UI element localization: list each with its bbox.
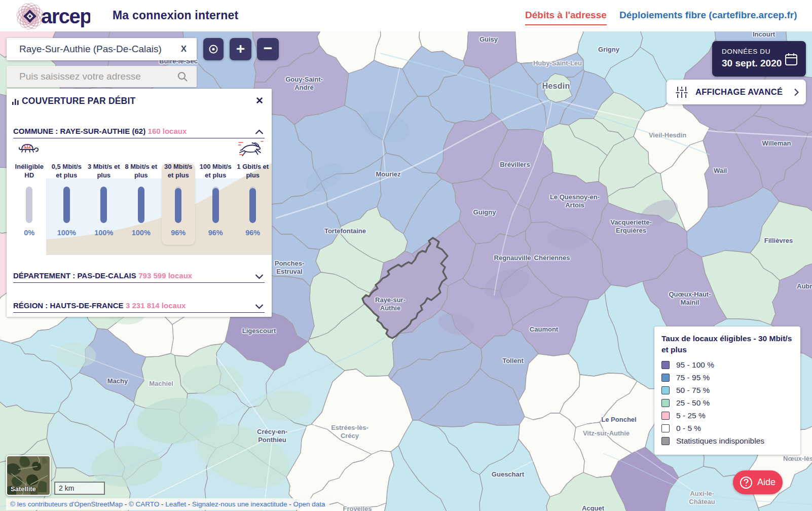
- logo-text: arcep: [41, 5, 90, 27]
- help-button[interactable]: Aide: [733, 470, 783, 494]
- section-level-text: DÉPARTEMENT :: [13, 271, 75, 280]
- section-region-locaux: 3 231 814 locaux: [126, 301, 186, 310]
- chart-columns: Inéligible HD0%0,5 Mbit/s et plus100%3 M…: [11, 163, 272, 244]
- chart-bar: [212, 187, 219, 223]
- bar-chart-icon: [12, 97, 19, 105]
- legend-item: 75 - 95 %: [661, 372, 793, 384]
- attribution-separator: -: [186, 500, 192, 508]
- chart-column[interactable]: 100 Mbit/s et plus96%: [197, 163, 235, 244]
- commune-search-value[interactable]: Raye-Sur-Authie (Pas-De-Calais): [19, 44, 181, 55]
- tab-debits-adresse[interactable]: Débits à l'adresse: [525, 10, 607, 21]
- advanced-display-button[interactable]: AFFICHAGE AVANCÉ: [667, 80, 806, 104]
- arcep-logo[interactable]: arcep: [9, 1, 90, 30]
- geolocate-icon: [207, 43, 220, 56]
- turtle-icon: [18, 141, 40, 156]
- chart-column-label: 1 Gbit/s et plus: [237, 163, 269, 183]
- section-departement[interactable]: DÉPARTEMENT : PAS-DE-CALAIS 793 599 loca…: [13, 271, 265, 282]
- legend-swatch: [661, 386, 670, 394]
- chart-column[interactable]: 1 Gbit/s et plus96%: [234, 163, 272, 244]
- legend-label: 5 - 25 %: [676, 411, 706, 420]
- scale-label: 2 km: [55, 484, 74, 492]
- section-name-text: HAUTS-DE-FRANCE: [50, 301, 124, 310]
- geolocate-button[interactable]: [203, 38, 224, 60]
- legend-item: 50 - 75 %: [661, 384, 793, 397]
- advanced-display-label: AFFICHAGE AVANCÉ: [695, 87, 783, 97]
- chevron-down-icon[interactable]: [255, 304, 264, 309]
- legend-item: 0 - 5 %: [661, 422, 793, 435]
- chart-column[interactable]: 30 Mbit/s et plus96%: [160, 163, 197, 244]
- address-search-input[interactable]: Puis saisissez votre adresse: [7, 66, 197, 87]
- legend-swatch: [661, 437, 670, 445]
- zoom-in-icon: +: [236, 41, 245, 56]
- panel-title: COUVERTURE PAR DÉBIT: [22, 96, 135, 106]
- header: arcep Ma connexion internet Débits à l'a…: [0, 0, 812, 31]
- attribution-separator: -: [123, 500, 129, 508]
- legend-swatch: [661, 399, 670, 407]
- section-rule: [13, 282, 265, 283]
- layer-switcher-label: Satellite: [11, 485, 36, 493]
- chart-bar-value: 0%: [24, 229, 34, 237]
- calendar-icon: [784, 52, 798, 66]
- chevron-down-icon[interactable]: [255, 274, 264, 279]
- hare-icon: [238, 140, 264, 156]
- chart-column-label: 30 Mbit/s et plus: [164, 163, 193, 183]
- zoom-out-button[interactable]: −: [257, 38, 279, 60]
- chart-column[interactable]: 8 Mbit/s et plus100%: [123, 163, 160, 244]
- section-commune[interactable]: COMMUNE : RAYE-SUR-AUTHIE (62) 160 locau…: [13, 127, 265, 138]
- legend-label: Statistiques indisponibles: [676, 436, 764, 446]
- legend-item: 95 - 100 %: [661, 359, 793, 372]
- help-label: Aide: [757, 477, 776, 488]
- chart-column-label: Inéligible HD: [15, 163, 44, 183]
- question-icon: [740, 476, 753, 489]
- attribution-link[interactable]: Signalez-nous une inexactitude: [192, 500, 287, 508]
- satellite-layer-switcher[interactable]: Satellite: [6, 455, 51, 496]
- section-departement-locaux: 793 599 locaux: [138, 271, 192, 280]
- chart-bar-value: 96%: [208, 229, 223, 237]
- legend-swatch: [661, 412, 670, 420]
- commune-search-box[interactable]: Raye-Sur-Authie (Pas-De-Calais) X: [7, 38, 197, 60]
- attribution-link[interactable]: © les contributeurs d'OpenStreetMap: [10, 500, 123, 508]
- clear-search-button[interactable]: X: [181, 44, 187, 54]
- chart-column-label: 8 Mbit/s et plus: [125, 163, 157, 183]
- section-rule: [13, 312, 265, 313]
- chart-column-label: 0,5 Mbit/s et plus: [52, 163, 82, 183]
- section-departement-label: DÉPARTEMENT : PAS-DE-CALAIS: [13, 271, 136, 280]
- chart-column[interactable]: 3 Mbit/s et plus100%: [85, 163, 123, 244]
- tab-deploiements-fibre[interactable]: Déploiements fibre (cartefibre.arcep.fr): [619, 10, 797, 21]
- scale-bar: 2 km: [54, 482, 105, 495]
- section-commune-locaux: 160 locaux: [148, 127, 187, 135]
- attribution-link[interactable]: Leaflet: [165, 500, 186, 508]
- data-date-label: DONNÉES DU: [722, 48, 770, 55]
- legend-label: 95 - 100 %: [676, 360, 714, 370]
- panel-close-button[interactable]: ✕: [255, 95, 264, 106]
- legend-swatch: [661, 361, 670, 369]
- legend-item: Statistiques indisponibles: [661, 435, 793, 448]
- address-search-placeholder: Puis saisissez votre adresse: [19, 71, 176, 82]
- data-date-box[interactable]: DONNÉES DU 30 sept. 2020: [712, 41, 806, 77]
- chart-bar: [63, 187, 70, 223]
- attribution-link[interactable]: Open data: [293, 500, 325, 508]
- chart-column[interactable]: Inéligible HD0%: [11, 163, 48, 244]
- chart-bar-value: 100%: [94, 229, 113, 237]
- chart-bar-value: 100%: [57, 229, 76, 237]
- section-locaux-text: 793 599 locaux: [138, 271, 192, 280]
- coverage-panel: COUVERTURE PAR DÉBIT ✕ COMMUNE : RAYE-SU…: [7, 89, 272, 317]
- map-legend: Taux de locaux éligibles - 30 Mbit/s et …: [654, 326, 800, 455]
- chart-column[interactable]: 0,5 Mbit/s et plus100%: [48, 163, 86, 244]
- legend-item: 25 - 50 %: [661, 397, 793, 410]
- legend-swatch: [661, 374, 670, 382]
- section-region[interactable]: RÉGION : HAUTS-DE-FRANCE 3 231 814 locau…: [13, 301, 265, 312]
- chart-bar: [100, 187, 107, 223]
- chevron-up-icon[interactable]: [255, 129, 264, 135]
- section-region-label: RÉGION : HAUTS-DE-FRANCE: [13, 301, 124, 310]
- chart-bar: [26, 187, 32, 223]
- chart-bar: [249, 187, 256, 223]
- app: GuisyGrignyHuby-Saint-LeuIncourtHesdinGo…: [0, 0, 812, 511]
- attribution-link[interactable]: © CARTO: [129, 500, 159, 508]
- attribution-separator: -: [159, 500, 165, 508]
- chevron-right-icon: [794, 88, 799, 96]
- legend-label: 75 - 95 %: [676, 373, 710, 382]
- legend-label: 50 - 75 %: [676, 386, 710, 395]
- zoom-in-button[interactable]: +: [230, 38, 251, 60]
- legend-label: 25 - 50 %: [676, 398, 710, 408]
